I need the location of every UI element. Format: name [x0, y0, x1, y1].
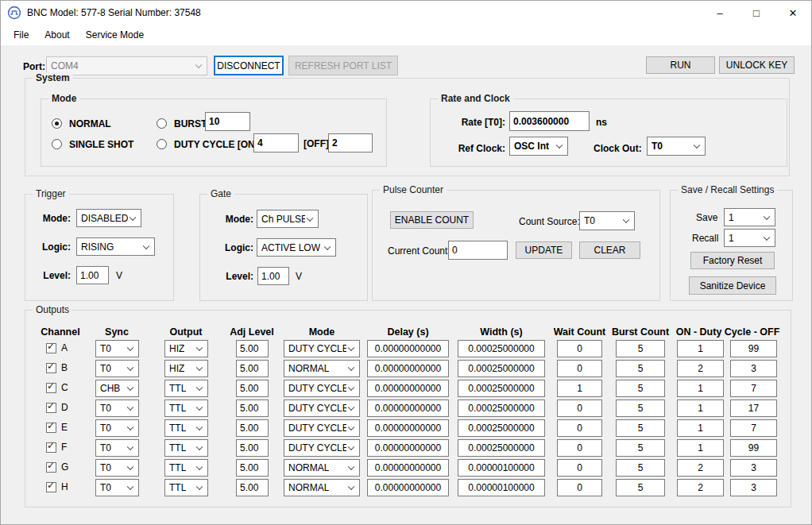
sync-select[interactable]: T0 — [95, 479, 139, 496]
adj-level-input[interactable]: 5.00 — [236, 340, 269, 357]
width-input[interactable]: 0.00025000000 — [458, 360, 545, 377]
channel-checkbox[interactable]: ✓ — [46, 423, 56, 433]
current-count-field[interactable]: 0 — [448, 241, 508, 260]
output-select[interactable]: TTL — [164, 380, 208, 397]
wait-count-input[interactable]: 0 — [557, 459, 602, 477]
duty-off-input[interactable]: 7 — [730, 419, 777, 437]
burst-count-field[interactable]: 10 — [205, 112, 250, 131]
radio-burst[interactable] — [157, 118, 167, 129]
burst-count-input[interactable]: 5 — [616, 360, 665, 377]
output-select[interactable]: TTL — [164, 400, 208, 417]
duty-off-input[interactable]: 99 — [730, 340, 777, 357]
duty-on-input[interactable]: 2 — [677, 360, 724, 377]
duty-on-field[interactable]: 4 — [253, 133, 299, 152]
output-select[interactable]: TTL — [164, 439, 208, 457]
output-select[interactable]: HIZ — [164, 360, 208, 377]
delay-input[interactable]: 0.00000000000 — [367, 400, 449, 417]
gate-mode-select[interactable]: Ch PULSE I — [257, 210, 319, 228]
channel-checkbox[interactable]: ✓ — [46, 482, 56, 492]
delay-input[interactable]: 0.00000000000 — [367, 439, 449, 457]
width-input[interactable]: 0.00025000000 — [458, 340, 545, 357]
mode-select[interactable]: DUTY CYCLE — [284, 400, 360, 417]
channel-checkbox[interactable]: ✓ — [46, 442, 56, 453]
delay-input[interactable]: 0.00000000000 — [367, 459, 449, 477]
enable-count-button[interactable]: ENABLE COUNT — [390, 211, 474, 229]
output-select[interactable]: HIZ — [164, 340, 208, 357]
duty-off-input[interactable]: 3 — [730, 459, 777, 477]
burst-count-input[interactable]: 5 — [616, 479, 665, 496]
close-icon[interactable]: ✕ — [775, 1, 811, 25]
mode-select[interactable]: DUTY CYCLE — [284, 340, 360, 357]
sanitize-device-button[interactable]: Sanitize Device — [689, 276, 776, 295]
sync-select[interactable]: T0 — [95, 360, 139, 377]
radio-normal[interactable] — [52, 118, 62, 129]
factory-reset-button[interactable]: Factory Reset — [690, 252, 775, 269]
adj-level-input[interactable]: 5.00 — [236, 400, 269, 417]
trigger-level-field[interactable]: 1.00 — [76, 266, 109, 284]
duty-off-input[interactable]: 3 — [730, 360, 777, 377]
delay-input[interactable]: 0.00000000000 — [367, 340, 449, 357]
disconnect-button[interactable]: DISCONNECT — [214, 56, 284, 75]
width-input[interactable]: 0.00000100000 — [458, 479, 545, 496]
duty-off-input[interactable]: 99 — [730, 439, 777, 457]
mode-select[interactable]: NORMAL — [284, 479, 360, 496]
width-input[interactable]: 0.00025000000 — [458, 400, 545, 417]
duty-on-input[interactable]: 2 — [677, 459, 724, 477]
mode-select[interactable]: DUTY CYCLE — [284, 380, 360, 397]
refresh-port-list-button[interactable]: REFRESH PORT LIST — [288, 56, 398, 75]
radio-duty-cycle[interactable] — [157, 139, 167, 149]
clock-out-select[interactable]: T0 — [647, 137, 706, 156]
delay-input[interactable]: 0.00000000000 — [367, 479, 449, 496]
duty-off-input[interactable]: 7 — [730, 380, 777, 397]
duty-on-input[interactable]: 1 — [677, 400, 724, 417]
adj-level-input[interactable]: 5.00 — [236, 419, 269, 437]
burst-count-input[interactable]: 5 — [616, 380, 665, 397]
save-select[interactable]: 1 — [724, 208, 775, 226]
wait-count-input[interactable]: 1 — [557, 380, 602, 397]
channel-checkbox[interactable]: ✓ — [46, 363, 56, 373]
output-select[interactable]: TTL — [164, 419, 208, 437]
burst-count-input[interactable]: 5 — [616, 400, 665, 417]
minimize-icon[interactable]: – — [702, 1, 738, 25]
wait-count-input[interactable]: 0 — [557, 340, 602, 357]
duty-on-input[interactable]: 2 — [677, 479, 724, 496]
burst-count-input[interactable]: 5 — [616, 459, 665, 477]
ref-clock-select[interactable]: OSC Int — [509, 137, 568, 156]
wait-count-input[interactable]: 0 — [557, 479, 602, 496]
recall-select[interactable]: 1 — [724, 229, 775, 247]
channel-checkbox[interactable]: ✓ — [46, 343, 56, 353]
sync-select[interactable]: T0 — [95, 459, 139, 477]
adj-level-input[interactable]: 5.00 — [236, 479, 269, 496]
mode-select[interactable]: DUTY CYCLE — [284, 439, 360, 457]
maximize-icon[interactable]: □ — [738, 1, 775, 25]
sync-select[interactable]: CHB — [95, 380, 139, 397]
width-input[interactable]: 0.00025000000 — [458, 439, 545, 457]
channel-checkbox[interactable]: ✓ — [46, 403, 56, 413]
channel-checkbox[interactable]: ✓ — [46, 383, 56, 393]
trigger-logic-select[interactable]: RISING — [76, 237, 155, 256]
menu-file[interactable]: File — [6, 25, 37, 44]
duty-on-input[interactable]: 1 — [677, 439, 724, 457]
duty-on-input[interactable]: 1 — [677, 380, 724, 397]
burst-count-input[interactable]: 5 — [616, 340, 665, 357]
unlock-key-button[interactable]: UNLOCK KEY — [719, 56, 795, 74]
radio-single-shot[interactable] — [52, 139, 62, 149]
duty-on-input[interactable]: 1 — [677, 340, 724, 357]
sync-select[interactable]: T0 — [95, 340, 139, 357]
adj-level-input[interactable]: 5.00 — [236, 439, 269, 457]
burst-count-input[interactable]: 5 — [616, 419, 665, 437]
mode-select[interactable]: DUTY CYCLE — [284, 419, 360, 437]
width-input[interactable]: 0.00025000000 — [458, 380, 545, 397]
channel-checkbox[interactable]: ✓ — [46, 462, 56, 473]
menu-about[interactable]: About — [37, 25, 77, 44]
delay-input[interactable]: 0.00000000000 — [367, 360, 449, 377]
duty-off-input[interactable]: 17 — [730, 400, 777, 417]
update-button[interactable]: UPDATE — [516, 241, 572, 259]
wait-count-input[interactable]: 0 — [557, 400, 602, 417]
duty-off-field[interactable]: 2 — [328, 133, 373, 152]
wait-count-input[interactable]: 0 — [557, 419, 602, 437]
menu-service-mode[interactable]: Service Mode — [78, 25, 152, 44]
adj-level-input[interactable]: 5.00 — [236, 380, 269, 397]
duty-on-input[interactable]: 1 — [677, 419, 724, 437]
sync-select[interactable]: T0 — [95, 439, 139, 457]
